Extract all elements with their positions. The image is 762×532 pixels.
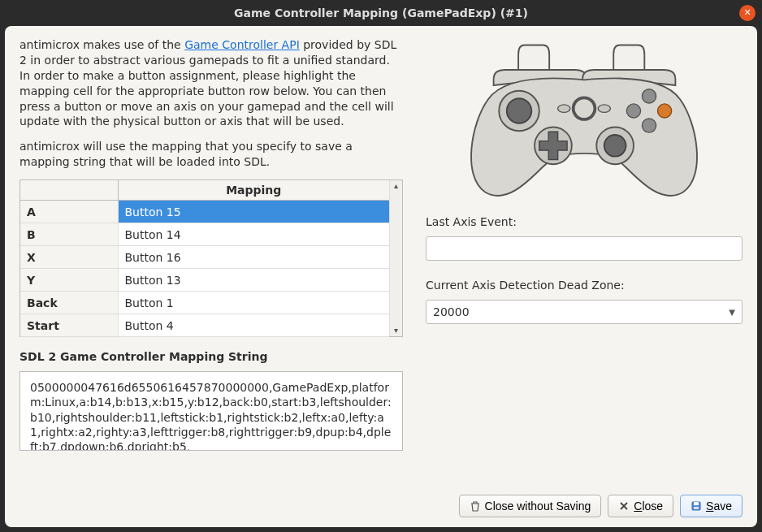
save-button[interactable]: Save: [680, 495, 743, 517]
mapping-row[interactable]: XButton 16: [20, 246, 389, 269]
dialog-button-row: Close without Saving Close Save: [19, 487, 743, 517]
svg-point-8: [642, 89, 656, 103]
description-paragraph-1: antimicrox makes use of the Game Control…: [19, 37, 403, 129]
close-without-saving-button[interactable]: Close without Saving: [459, 495, 602, 517]
mapping-row[interactable]: StartButton 4: [20, 314, 389, 337]
description-paragraph-2: antimicrox will use the mapping that you…: [19, 139, 403, 170]
mapping-table[interactable]: Mapping AButton 15BButton 14XButton 16YB…: [20, 180, 389, 337]
x-icon: [618, 500, 630, 512]
scroll-down-icon[interactable]: ▾: [394, 325, 398, 336]
mapping-row-name: B: [20, 223, 118, 246]
game-controller-api-link[interactable]: Game Controller API: [184, 38, 300, 51]
trash-icon: [470, 500, 481, 512]
mapping-header-blank: [20, 180, 118, 201]
chevron-down-icon: ▼: [729, 308, 735, 317]
titlebar: Game Controller Mapping (GamePadExp) (#1…: [0, 0, 762, 26]
mapping-row-name: Y: [20, 269, 118, 292]
svg-point-7: [598, 105, 610, 113]
mapping-row-name: Start: [20, 314, 118, 337]
dialog-window: Game Controller Mapping (GamePadExp) (#1…: [0, 0, 762, 532]
svg-rect-13: [694, 502, 699, 505]
window-close-button[interactable]: ✕: [739, 5, 756, 21]
mapping-row-value[interactable]: Button 14: [118, 223, 389, 246]
left-column: antimicrox makes use of the Game Control…: [19, 37, 403, 487]
sdl-string-label: SDL 2 Game Controller Mapping String: [19, 350, 403, 363]
right-column: Last Axis Event: Current Axis Detection …: [426, 37, 743, 487]
desc-pre: antimicrox makes use of the: [19, 38, 184, 51]
deadzone-label: Current Axis Detection Dead Zone:: [426, 279, 743, 292]
mapping-row-name: A: [20, 201, 118, 223]
table-scrollbar[interactable]: ▴ ▾: [389, 180, 402, 336]
close-button-label: Close: [634, 500, 663, 513]
sdl-string-textbox[interactable]: 0500000047616d6550616457870000000,GamePa…: [19, 371, 403, 451]
main-columns: antimicrox makes use of the Game Control…: [19, 37, 743, 487]
mapping-row-value[interactable]: Button 16: [118, 246, 389, 269]
mapping-row[interactable]: AButton 15: [20, 201, 389, 223]
mapping-row-value[interactable]: Button 1: [118, 292, 389, 314]
svg-point-1: [506, 98, 530, 123]
close-without-saving-label: Close without Saving: [485, 500, 591, 513]
close-button[interactable]: Close: [608, 495, 673, 517]
deadzone-combobox[interactable]: 20000 ▼: [426, 300, 743, 324]
mapping-header: Mapping: [118, 180, 389, 201]
last-axis-input[interactable]: [426, 236, 743, 261]
controller-diagram: [426, 37, 743, 202]
mapping-row[interactable]: BackButton 1: [20, 292, 389, 314]
svg-point-10: [642, 119, 656, 132]
mapping-row-name: X: [20, 246, 118, 269]
last-axis-label: Last Axis Event:: [426, 215, 743, 228]
mapping-row[interactable]: BButton 14: [20, 223, 389, 246]
svg-point-6: [557, 105, 569, 113]
scroll-up-icon[interactable]: ▴: [394, 180, 398, 192]
close-icon: ✕: [743, 7, 751, 18]
mapping-row-value[interactable]: Button 15: [118, 201, 389, 223]
svg-rect-14: [694, 507, 699, 509]
mapping-table-container: Mapping AButton 15BButton 14XButton 16YB…: [19, 179, 403, 337]
svg-point-11: [626, 104, 640, 118]
window-title: Game Controller Mapping (GamePadExp) (#1…: [234, 6, 528, 19]
mapping-row-name: Back: [20, 292, 118, 314]
mapping-row-value[interactable]: Button 13: [118, 269, 389, 292]
gamepad-icon: [444, 37, 725, 200]
save-button-label: Save: [706, 500, 732, 513]
content-area: antimicrox makes use of the Game Control…: [5, 26, 757, 527]
desc-post: provided by SDL 2 in order to abstract v…: [19, 38, 396, 128]
svg-point-9: [657, 104, 671, 118]
save-icon: [691, 500, 702, 512]
svg-point-4: [604, 135, 626, 157]
mapping-row[interactable]: YButton 13: [20, 269, 389, 292]
deadzone-value: 20000: [433, 305, 470, 318]
mapping-row-value[interactable]: Button 4: [118, 314, 389, 337]
